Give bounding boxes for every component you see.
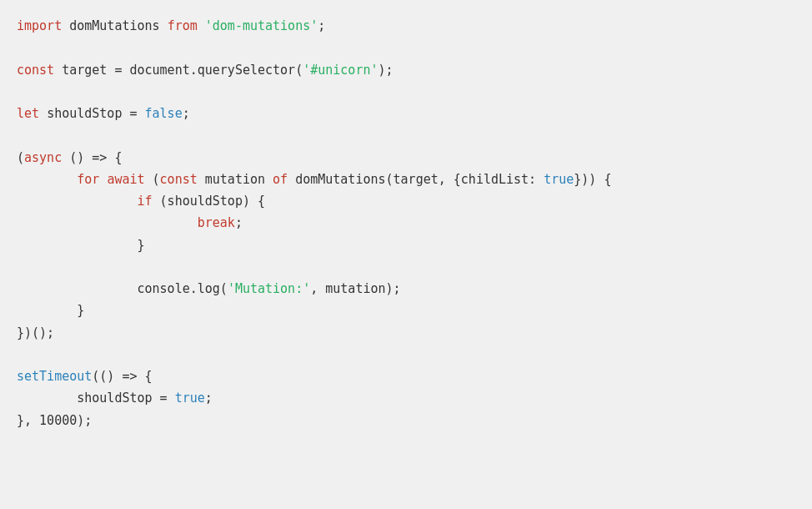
token-blue-var: setTimeout (17, 369, 92, 384)
token-plain: ); (378, 63, 393, 78)
code-line: setTimeout(() => { (17, 365, 795, 387)
token-kw-for: for (77, 172, 99, 187)
token-kw-true: true (544, 172, 574, 187)
code-line: }, 10000); (17, 410, 795, 431)
token-plain (17, 172, 77, 187)
token-kw-let: let (17, 106, 47, 121)
token-plain: ; (235, 215, 243, 230)
code-line: let shouldStop = false; (17, 103, 795, 124)
token-plain: } (17, 238, 145, 253)
code-container: import domMutations from 'dom-mutations'… (0, 0, 812, 509)
code-line: } (17, 234, 795, 256)
token-plain: , mutation); (310, 281, 400, 296)
token-str: 'dom-mutations' (205, 18, 318, 33)
token-plain (17, 194, 138, 209)
code-line: const target = document.querySelector('#… (17, 59, 795, 81)
token-plain: domMutations(target, {childList: (288, 172, 544, 187)
code-line: break; (17, 212, 795, 234)
code-line: for await (const mutation of domMutation… (17, 169, 795, 190)
token-plain: }, (17, 413, 39, 428)
token-plain: ( (145, 172, 160, 187)
token-plain: () => { (62, 150, 122, 165)
token-str: 'Mutation:' (228, 281, 310, 296)
token-plain: mutation (198, 172, 273, 187)
token-kw-of: of (273, 172, 288, 187)
code-line: })(); (17, 322, 795, 344)
token-plain: shouldStop = (47, 106, 144, 121)
blank-line (17, 124, 795, 146)
token-plain: ( (17, 150, 24, 165)
token-plain: (shouldStop) { (153, 194, 265, 209)
code-line: if (shouldStop) { (17, 190, 795, 212)
token-plain: 10000 (39, 413, 77, 428)
code-line: } (17, 300, 795, 321)
token-plain: ; (205, 391, 213, 406)
token-plain: ; (183, 106, 190, 121)
token-str: '#unicorn' (303, 63, 378, 78)
token-plain: })) { (574, 172, 611, 187)
token-plain (17, 215, 198, 230)
token-plain: ; (318, 18, 325, 33)
token-plain: } (17, 303, 84, 318)
token-plain: target = document.querySelector( (62, 63, 303, 78)
blank-line (17, 37, 795, 58)
code-line: console.log('Mutation:', mutation); (17, 278, 795, 300)
token-kw-import: import (17, 18, 69, 33)
code-line: (async () => { (17, 147, 795, 169)
code-line: shouldStop = true; (17, 387, 795, 409)
token-plain: domMutations (69, 18, 167, 33)
token-plain: console.log( (17, 281, 228, 296)
token-plain: shouldStop = (17, 391, 175, 406)
token-kw-const: const (17, 63, 62, 78)
token-kw-false: false (145, 106, 183, 121)
token-kw-if: if (138, 194, 153, 209)
token-kw-from: from (168, 18, 198, 33)
token-plain: (() => { (92, 369, 152, 384)
token-kw-await: await (107, 172, 144, 187)
blank-line (17, 81, 795, 103)
token-plain: })(); (17, 325, 54, 340)
code-line: import domMutations from 'dom-mutations'… (17, 15, 795, 37)
token-plain: ); (77, 413, 92, 428)
token-kw-const: const (160, 172, 198, 187)
token-kw-true: true (175, 391, 205, 406)
token-kw-async: async (24, 150, 62, 165)
blank-line (17, 344, 795, 365)
token-kw-break: break (198, 215, 235, 230)
blank-line (17, 256, 795, 278)
code-block: import domMutations from 'dom-mutations'… (17, 15, 795, 431)
token-plain (198, 18, 205, 33)
